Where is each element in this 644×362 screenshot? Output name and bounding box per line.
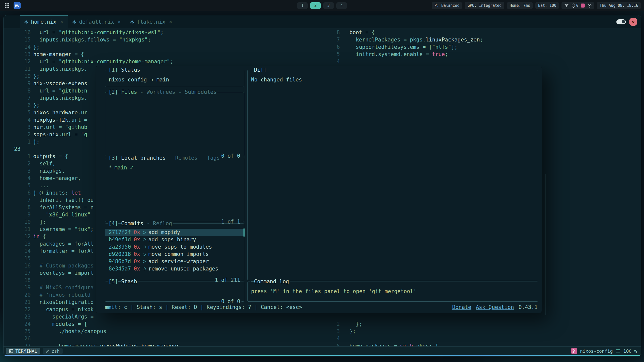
tab-bar-tabs: home.nix×default.nix×flake.nix× <box>20 15 177 28</box>
code-line: 7 kernelPackages = pkgs.linuxPackages_ze… <box>333 36 641 43</box>
commit-message: remove unused packages <box>148 265 218 273</box>
window-accent-line <box>4 355 641 356</box>
diff-content: No changed files <box>248 70 538 83</box>
code-line: 5home.packages = with pkgs; [ <box>333 342 641 347</box>
commit-author: 0x <box>134 236 140 243</box>
right-pane-bottom: 2 };3};45home.packages = with pkgs; [ <box>333 321 641 347</box>
lazygit-popup: [1]Status nixos-config → main [2]Files -… <box>96 66 542 313</box>
lazygit-stash-panel[interactable]: [5]Stash 0 of 0 <box>105 282 244 302</box>
code-line: 4 <box>333 58 641 65</box>
window-toggle[interactable] <box>616 19 626 24</box>
commit-row[interactable]: 2717f2f0xadd mopidy <box>105 229 244 236</box>
commits-panel-title: [4]Commits - Reflog <box>108 220 173 227</box>
tab-close-icon[interactable]: × <box>60 19 63 25</box>
commits-scrollbar[interactable] <box>244 228 245 237</box>
lazygit-command-log-panel[interactable]: Command log press 'M' in the files panel… <box>247 282 538 302</box>
commit-author: 0x <box>134 229 140 236</box>
media-icon[interactable] <box>587 4 592 8</box>
status-bar-right: nixos-config 100 % <box>571 348 641 354</box>
commit-node-icon <box>143 246 146 248</box>
commit-hash: d920218 <box>109 251 131 258</box>
command-log-text: press 'M' in the files panel to open 'gi… <box>248 282 538 295</box>
mode-indicator: TERMINAL <box>6 348 40 354</box>
status-chip: Bat: 100 <box>535 2 559 9</box>
lazygit-version: 0.43.1 <box>518 304 538 311</box>
toggle-knob <box>622 20 625 23</box>
code-line: 4 <box>333 335 641 342</box>
code-line: 8boot = { <box>333 29 641 36</box>
workspace-button-2[interactable]: 2 <box>310 2 321 9</box>
lazygit-links: DonateAsk Question <box>452 304 514 311</box>
keybinding-hints: mmit: c | Stash: s | Reset: D | Keybindi… <box>105 304 302 311</box>
commit-message: add sops binary <box>148 236 196 243</box>
code-line: 23 specialArgs = <box>4 313 333 321</box>
right-pane-top: 8boot = {7 kernelPackages = pkgs.linuxPa… <box>333 29 641 65</box>
app-launcher-icon[interactable] <box>4 2 11 9</box>
commit-node-icon <box>143 267 146 270</box>
code-line: 13home-manager = { <box>4 51 333 58</box>
branches-panel-title: [3]Local branches - Remotes - Tags <box>108 154 221 162</box>
commit-node-icon <box>143 253 146 256</box>
workspace-button-3[interactable]: 3 <box>323 2 334 9</box>
commit-message: add service-wrapper <box>148 258 209 265</box>
shield-indicator[interactable]: 0 <box>572 3 578 8</box>
commit-author: 0x <box>134 251 140 258</box>
files-panel-title: [2]Files - Worktrees - Submodules <box>108 88 217 96</box>
commit-message: move common imports <box>148 251 209 258</box>
desktop: JW 1234 P: BalancedGPU: IntegratedHome: … <box>0 0 644 362</box>
commit-row[interactable]: d9202180xmove common imports <box>105 251 244 258</box>
lazygit-link-donate[interactable]: Donate <box>452 304 471 311</box>
lazygit-commits-panel[interactable]: [4]Commits - Reflog 2717f2f0xadd mopidyb… <box>105 223 244 280</box>
commit-row[interactable]: 2a239500xmove sops to modules <box>105 243 244 251</box>
git-repo-icon[interactable] <box>571 348 577 354</box>
lazygit-link-ask-question[interactable]: Ask Question <box>476 304 514 311</box>
code-line: 25 ./hosts/canopus <box>4 328 333 335</box>
commits-list: 2717f2f0xadd mopidyb49ef1d0xadd sops bin… <box>105 224 244 273</box>
lazygit-files-panel[interactable]: [2]Files - Worktrees - Submodules 0 of 0 <box>105 92 244 156</box>
nix-snowflake-icon <box>24 20 28 24</box>
tab-label: flake.nix <box>137 19 166 25</box>
workspace-button-4[interactable]: 4 <box>336 2 347 9</box>
lines-icon <box>616 349 620 353</box>
code-line: 24 modules = [ <box>4 321 333 328</box>
tab-home.nix[interactable]: home.nix× <box>20 15 68 28</box>
tab-close-icon[interactable]: × <box>117 19 121 25</box>
commit-node-icon <box>143 238 146 241</box>
status-bar-left: TERMINAL zsh <box>4 348 63 354</box>
commit-row[interactable]: 8e345a70xremove unused packages <box>105 265 244 273</box>
branch-check-icon: ✓ <box>130 164 134 171</box>
tray-icons[interactable]: 0 <box>561 2 594 9</box>
code-line: 16 url = "github:nix-community/nixos-wsl… <box>4 29 333 36</box>
tab-default.nix[interactable]: default.nix× <box>68 15 125 28</box>
lazygit-diff-panel[interactable]: Diff No changed files <box>247 70 538 280</box>
tab-close-icon[interactable]: × <box>169 19 172 25</box>
wifi-icon[interactable] <box>564 4 569 8</box>
repo-name: nixos-config <box>580 348 613 354</box>
tab-label: default.nix <box>79 19 114 25</box>
commit-author: 0x <box>134 265 140 273</box>
pane-divider <box>545 174 546 315</box>
status-chip: Home: 7ms <box>507 2 533 9</box>
lazygit-branches-panel[interactable]: [3]Local branches - Remotes - Tags *main… <box>105 158 244 222</box>
commit-node-icon <box>143 231 146 234</box>
commit-message: move sops to modules <box>148 243 212 251</box>
commit-row[interactable]: b49ef1d0xadd sops binary <box>105 236 244 243</box>
top-bar-right: P: BalancedGPU: IntegratedHome: 7msBat: … <box>432 2 644 9</box>
commit-row[interactable]: 9486b7d0xadd service-wrapper <box>105 258 244 265</box>
shield-count: 0 <box>576 3 578 8</box>
lazygit-status-panel[interactable]: [1]Status nixos-config → main <box>105 70 244 87</box>
code-line: 26 <box>4 335 333 342</box>
workspace-button-1[interactable]: 1 <box>297 2 308 9</box>
code-line: 15 inputs.nixpkgs.follows = "nixpkgs"; <box>4 36 333 43</box>
commit-node-icon <box>143 260 146 263</box>
tab-bar: home.nix×default.nix×flake.nix× × <box>4 15 641 28</box>
tab-flake.nix[interactable]: flake.nix× <box>126 15 177 28</box>
code-line: 27 home-manager.nixosModules.home-manage… <box>4 342 333 347</box>
display-icon[interactable] <box>581 4 585 8</box>
code-line: 2 }; <box>333 321 641 328</box>
code-line: 12 url = "github:nix-community/home-mana… <box>4 58 333 65</box>
window-close-button[interactable]: × <box>629 18 637 26</box>
workspaces: 1234 <box>297 0 347 11</box>
logo-badge[interactable]: JW <box>14 2 21 9</box>
commit-hash: 2717f2f <box>109 229 131 236</box>
